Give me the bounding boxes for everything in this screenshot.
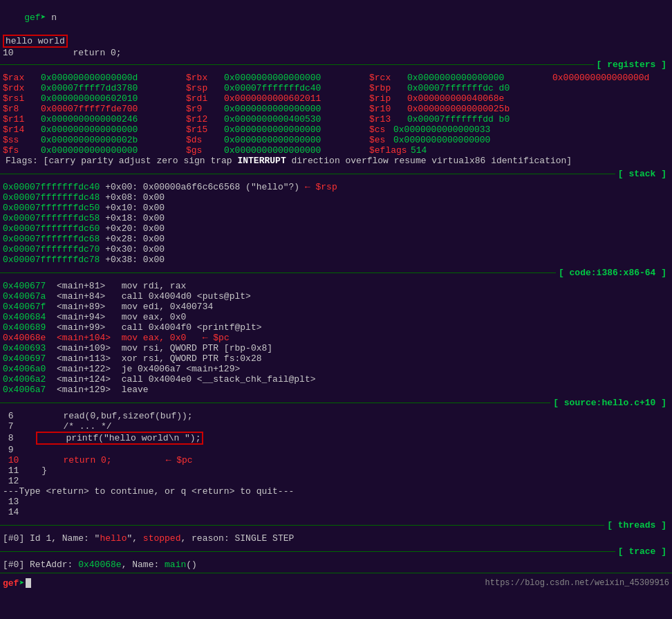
reg-r11-val: 0x0000000000000246 (41, 114, 186, 124)
reg-rax-val: 0x000000000000000d (41, 73, 186, 83)
gef-arrow: ➤ (19, 578, 24, 589)
stack-label: [ stack ] (615, 169, 669, 179)
hello-world-text: hello world (6, 36, 65, 46)
reg-cs-val: 0x0000000000000033 (393, 124, 490, 135)
reg-ds-val: 0x0000000000000000 (224, 135, 369, 145)
reg-rbp-val: 0x00007fffffffdc d0 (407, 83, 510, 93)
reg-r9-name: $r9 (186, 104, 224, 114)
stack-row-6: 0x00007fffffffdc70 +0x30: 0x00 (3, 244, 669, 255)
reg-r13-name: $r13 (369, 114, 407, 124)
reg-row-6: $r14 0x0000000000000000 $r15 0x000000000… (3, 124, 669, 135)
code-section: 0x400677 <main+81> mov rdi, rax 0x40067a… (0, 279, 672, 396)
divider-line-code (0, 272, 556, 273)
reg-cs-name: $cs (369, 124, 393, 135)
trace-label: [ trace ] (615, 546, 669, 557)
reg-row-3: $rsi 0x0000000000602010 $rdi 0x000000000… (3, 93, 669, 104)
divider-line-trace (0, 551, 615, 552)
reg-ss-val: 0x000000000000002b (41, 135, 186, 145)
reg-rsi-val: 0x0000000000602010 (41, 93, 186, 104)
reg-rcx-val: 0x0000000000000000 (407, 73, 552, 83)
stack-row-0: 0x00007fffffffdc40 +0x00: 0x00000a6f6c6c… (3, 182, 669, 192)
trace-divider: [ trace ] (0, 546, 672, 557)
code-row-4: 0x400689 <main+99> call 0x4004f0 <printf… (3, 322, 669, 333)
stack-row-1: 0x00007fffffffdc48 +0x08: 0x00 (3, 192, 669, 203)
terminal: gef➤ n hello world 10 return 0; [ regist… (0, 0, 672, 619)
threads-label: [ threads ] (604, 520, 669, 530)
divider-line-stack (0, 174, 615, 174)
reg-ss-name: $ss (3, 135, 41, 145)
code-row-1: 0x40067a <main+84> call 0x4004d0 <puts@p… (3, 291, 669, 302)
stack-offset-0: +0x00: 0x00000a6f6c6c6568 ("hello"?) (105, 182, 305, 192)
reg-rdx-val: 0x00007ffff7dd3780 (41, 83, 186, 93)
code-row-6: 0x400697 <main+113> xor rsi, QWORD PTR f… (3, 353, 669, 364)
reg-r11-name: $r11 (3, 114, 41, 124)
status-url: https://blog.csdn.net/weixin_45309916 (485, 578, 669, 588)
reg-r13-val: 0x00007fffffffdd b0 (407, 114, 510, 124)
registers-divider: [ registers ] (0, 59, 672, 70)
reg-row-8: $fs 0x0000000000000000 $gs 0x00000000000… (3, 145, 669, 156)
registers-section: $rax 0x000000000000000d $rbx 0x000000000… (0, 71, 672, 167)
bottom-divider (0, 573, 672, 573)
reg-fs-name: $fs (3, 145, 41, 156)
divider-line (0, 64, 594, 65)
printf-box: printf("hello world\n "); (36, 432, 203, 445)
divider-line-threads (0, 525, 604, 526)
reg-rip-val: 0x000000000040068e (407, 93, 504, 104)
reg-eflags-name: $eflags (369, 145, 411, 156)
reg-row-2: $rdx 0x00007ffff7dd3780 $rsp 0x00007ffff… (3, 83, 669, 93)
reg-rax-name: $rax (3, 73, 41, 83)
reg-rbx-val: 0x0000000000000000 (224, 73, 369, 83)
registers-label: [ registers ] (594, 59, 669, 70)
code-row-2: 0x40067f <main+89> mov edi, 0x400734 (3, 302, 669, 312)
reg-rbx-name: $rbx (186, 73, 224, 83)
reg-rdx-name: $rdx (3, 83, 41, 93)
reg-r14-name: $r14 (3, 124, 41, 135)
code-divider: [ code:i386:x86-64 ] (0, 268, 672, 278)
stack-rsp-arrow: ← $rsp (305, 182, 337, 192)
code-row-7: 0x4006a0 <main+122> je 0x4006a7 <main+12… (3, 364, 669, 374)
reg-r9-val: 0x0000000000000000 (224, 104, 369, 114)
src-row-8: 8 printf("hello world\n "); (3, 432, 669, 445)
reg-row-5: $r11 0x0000000000000246 $r12 0x000000000… (3, 114, 669, 124)
code-row-current: 0x40068e <main+104> mov eax, 0x0 ← $pc (3, 333, 669, 343)
hello-world-output: hello world (0, 35, 672, 48)
stack-row-5: 0x00007fffffffdc68 +0x28: 0x00 (3, 234, 669, 244)
stack-row-2: 0x00007fffffffdc50 +0x10: 0x00 (3, 203, 669, 213)
threads-divider: [ threads ] (0, 520, 672, 530)
src-row-14: 14 (3, 507, 669, 517)
code-row-3: 0x400684 <main+94> mov eax, 0x0 (3, 312, 669, 322)
src-row-12: 12 (3, 476, 669, 486)
code-row-9: 0x4006a7 <main+129> leave (3, 385, 669, 395)
reg-rbp-name: $rbp (369, 83, 407, 93)
stack-divider: [ stack ] (0, 169, 672, 179)
hello-world-box: hello world (3, 35, 68, 48)
stack-row-4: 0x00007fffffffdc60 +0x20: 0x00 (3, 223, 669, 234)
reg-rdi-name: $rdi (186, 93, 224, 104)
reg-fs-val: 0x0000000000000000 (41, 145, 186, 156)
threads-section: [#0] Id 1, Name: "hello", stopped, reaso… (0, 532, 672, 545)
reg-rcx-name: $rcx (369, 73, 407, 83)
code-row-5: 0x400693 <main+109> mov rsi, QWORD PTR [… (3, 343, 669, 353)
src-row-13: 13 (3, 497, 669, 507)
reg-row-1: $rax 0x000000000000000d $rbx 0x000000000… (3, 73, 669, 83)
cursor (26, 578, 31, 588)
code-label: [ code:i386:x86-64 ] (556, 268, 669, 278)
reg-r15-val: 0x0000000000000000 (224, 124, 369, 135)
src-row-7: 7 /* ... */ (3, 421, 669, 432)
code-row-8: 0x4006a2 <main+124> call 0x4004e0 <__sta… (3, 374, 669, 385)
reg-r12-name: $r12 (186, 114, 224, 124)
trace-section: [#0] RetAddr: 0x40068e, Name: main() (0, 558, 672, 571)
reg-row-7: $ss 0x000000000000002b $ds 0x00000000000… (3, 135, 669, 145)
stack-row-7: 0x00007fffffffdc78 +0x38: 0x00 (3, 255, 669, 265)
stack-section: 0x00007fffffffdc40 +0x00: 0x00000a6f6c6c… (0, 181, 672, 266)
reg-es-name: $es (369, 135, 393, 145)
reg-ds-name: $ds (186, 135, 224, 145)
reg-gs-val: 0x0000000000000000 (224, 145, 369, 156)
reg-r10-val: 0x0000000000000025b (407, 104, 510, 114)
reg-r8-name: $r8 (3, 104, 41, 114)
flags-line: Flags: [carry parity adjust zero sign tr… (3, 156, 669, 166)
gef-prompt-top: gef➤ n (0, 0, 672, 35)
reg-rcx-val2: 0x000000000000000d (552, 73, 649, 83)
reg-rsi-name: $rsi (3, 93, 41, 104)
reg-r15-name: $r15 (186, 124, 224, 135)
